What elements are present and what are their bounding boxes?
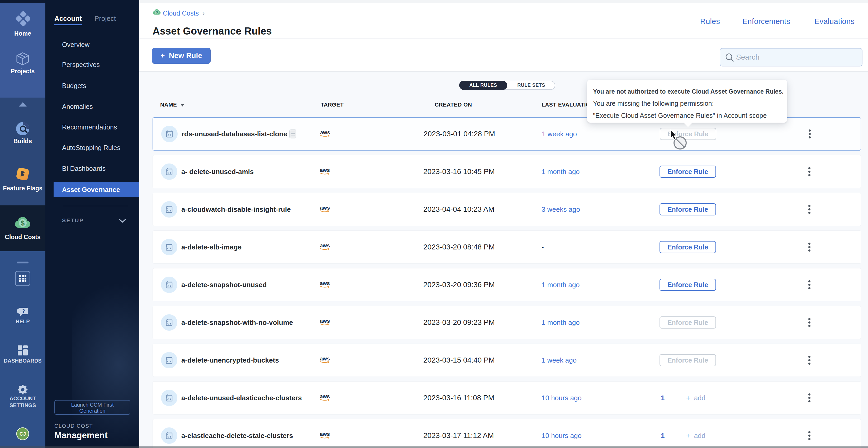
svg-text:$: $ <box>21 219 25 227</box>
svg-text:aws: aws <box>320 281 330 286</box>
svg-text:aws: aws <box>320 394 330 399</box>
svg-text:aws: aws <box>320 356 330 361</box>
svg-text:aws: aws <box>320 167 330 173</box>
svg-text:CJ: CJ <box>20 431 26 437</box>
svg-text:aws: aws <box>320 432 330 437</box>
svg-text:$: $ <box>156 10 158 14</box>
svg-text:aws: aws <box>320 243 330 248</box>
svg-text:aws: aws <box>320 130 330 135</box>
svg-text:?: ? <box>22 308 25 314</box>
svg-text:aws: aws <box>320 318 330 324</box>
svg-text:aws: aws <box>320 205 330 211</box>
